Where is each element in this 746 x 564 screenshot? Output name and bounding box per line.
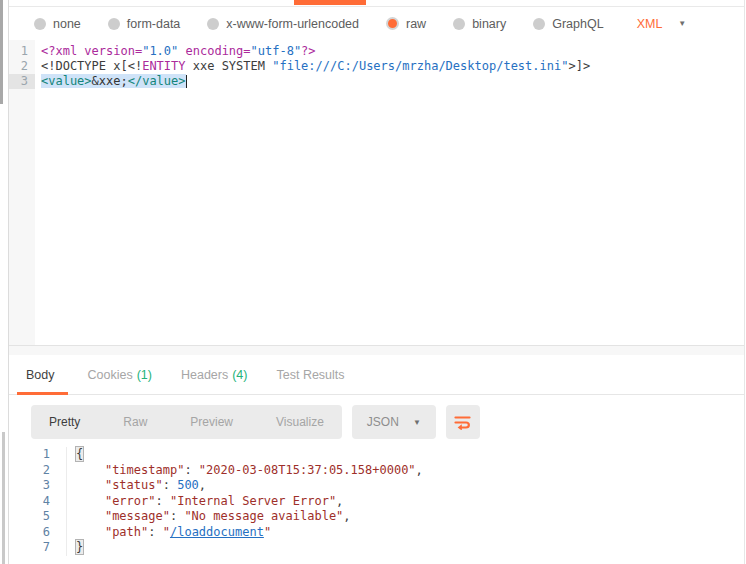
code-text: }: [67, 540, 83, 556]
code-text: "timestamp": "2020-03-08T15:37:05.158+00…: [67, 463, 423, 479]
line-number: 1: [9, 447, 67, 463]
response-tab[interactable]: Cookies (1): [88, 355, 152, 394]
code-line[interactable]: 2 <!DOCTYPE x[<!ENTITY xxe SYSTEM "file:…: [9, 59, 744, 74]
response-code-line: 2 "timestamp": "2020-03-08T15:37:05.158+…: [9, 463, 744, 479]
response-tab-label: Cookies: [88, 368, 133, 382]
code-text: <!DOCTYPE x[<!ENTITY xxe SYSTEM "file://…: [35, 59, 590, 74]
line-number: 3: [9, 478, 67, 494]
response-tab-count: (4): [232, 368, 247, 382]
body-type-radio[interactable]: none: [34, 17, 81, 31]
active-tab-indicator: [294, 0, 366, 5]
left-scrollbar-thumb-top[interactable]: [0, 0, 3, 104]
radio-icon: [108, 18, 120, 30]
body-type-radio[interactable]: binary: [453, 17, 506, 31]
response-code-line: 3 "status": 500,: [9, 478, 744, 494]
response-format-select[interactable]: JSON ▼: [352, 405, 436, 439]
postman-request-response-panel: none form-data x-www-form-urlencoded: [0, 0, 746, 564]
wrap-lines-button[interactable]: [446, 405, 480, 439]
code-text: "path": "/loaddocument": [67, 525, 271, 541]
wrap-lines-icon: [454, 415, 471, 430]
line-number: 3: [9, 74, 35, 89]
code-line[interactable]: 3 <value>&xxe;</value>: [9, 74, 744, 89]
left-scrollbar-thumb-bottom[interactable]: [2, 432, 5, 564]
code-text: <value>&xxe;</value>: [35, 74, 187, 89]
response-body-viewer[interactable]: 1 { 2 "timestamp": "2020-03-08T15:37:05.…: [9, 447, 744, 556]
line-number: 1: [9, 44, 35, 59]
radio-icon: [453, 18, 465, 30]
radio-label: raw: [406, 17, 426, 31]
response-view-button[interactable]: Preview: [190, 415, 233, 429]
response-code-line: 7 }: [9, 540, 744, 556]
response-view-button[interactable]: Pretty: [49, 415, 80, 429]
radio-label: GraphQL: [552, 17, 603, 31]
top-tab-strip: [9, 0, 744, 7]
body-type-row: none form-data x-www-form-urlencoded: [9, 7, 744, 40]
radio-icon: [207, 18, 219, 30]
body-type-radio[interactable]: form-data: [108, 17, 181, 31]
language-select-value: XML: [637, 17, 663, 31]
response-tab-label: Body: [26, 368, 55, 382]
code-text: "status": 500,: [67, 478, 206, 494]
response-tab-count: (1): [137, 368, 152, 382]
response-code-line: 6 "path": "/loaddocument": [9, 525, 744, 541]
line-number: 2: [9, 59, 35, 74]
radio-label: binary: [472, 17, 506, 31]
line-number: 5: [9, 509, 67, 525]
chevron-down-icon: ▼: [413, 418, 421, 427]
response-view-button[interactable]: Visualize: [276, 415, 324, 429]
body-type-options: none form-data x-www-form-urlencoded: [34, 17, 631, 31]
radio-icon: [533, 18, 545, 30]
body-type-radio[interactable]: raw: [386, 17, 426, 31]
request-code-lines: 1 <?xml version="1.0" encoding="utf-8"?>…: [9, 40, 744, 89]
code-line[interactable]: 1 <?xml version="1.0" encoding="utf-8"?>: [9, 44, 744, 59]
radio-label: x-www-form-urlencoded: [226, 17, 359, 31]
radio-icon: [386, 17, 399, 30]
response-toolbar: Pretty Raw Preview Visualize JSON ▼: [31, 405, 744, 439]
response-tab[interactable]: Test Results: [276, 355, 348, 394]
body-type-radio[interactable]: GraphQL: [533, 17, 603, 31]
response-tab-label: Test Results: [276, 368, 344, 382]
request-body-editor[interactable]: 1 <?xml version="1.0" encoding="utf-8"?>…: [9, 40, 744, 346]
response-code-line: 1 {: [9, 447, 744, 463]
response-view-switch: Pretty Raw Preview Visualize: [31, 405, 342, 439]
body-type-radio[interactable]: x-www-form-urlencoded: [207, 17, 359, 31]
response-view-button[interactable]: Raw: [123, 415, 147, 429]
main-panel: none form-data x-www-form-urlencoded: [8, 0, 745, 564]
response-format-value: JSON: [367, 415, 399, 429]
code-text: {: [67, 447, 83, 463]
line-number: 2: [9, 463, 67, 479]
response-section-spacer: [9, 346, 744, 355]
radio-icon: [34, 18, 46, 30]
code-text: "message": "No message available",: [67, 509, 351, 525]
language-select[interactable]: XML ▼: [637, 17, 687, 31]
radio-label: form-data: [127, 17, 181, 31]
code-text: <?xml version="1.0" encoding="utf-8"?>: [35, 44, 316, 59]
response-code-line: 5 "message": "No message available",: [9, 509, 744, 525]
response-tab[interactable]: Headers (4): [181, 355, 248, 394]
response-tab-label: Headers: [181, 368, 228, 382]
code-text: "error": "Internal Server Error",: [67, 494, 343, 510]
line-number: 7: [9, 540, 67, 556]
response-code-line: 4 "error": "Internal Server Error",: [9, 494, 744, 510]
response-tab[interactable]: Body: [26, 355, 59, 394]
line-number: 4: [9, 494, 67, 510]
line-number: 6: [9, 525, 67, 541]
chevron-down-icon: ▼: [678, 19, 686, 28]
radio-label: none: [53, 17, 81, 31]
response-tab-bar: Body Cookies (1) Headers (4) Test Result…: [9, 355, 744, 395]
response-code-lines: 1 { 2 "timestamp": "2020-03-08T15:37:05.…: [9, 447, 744, 556]
